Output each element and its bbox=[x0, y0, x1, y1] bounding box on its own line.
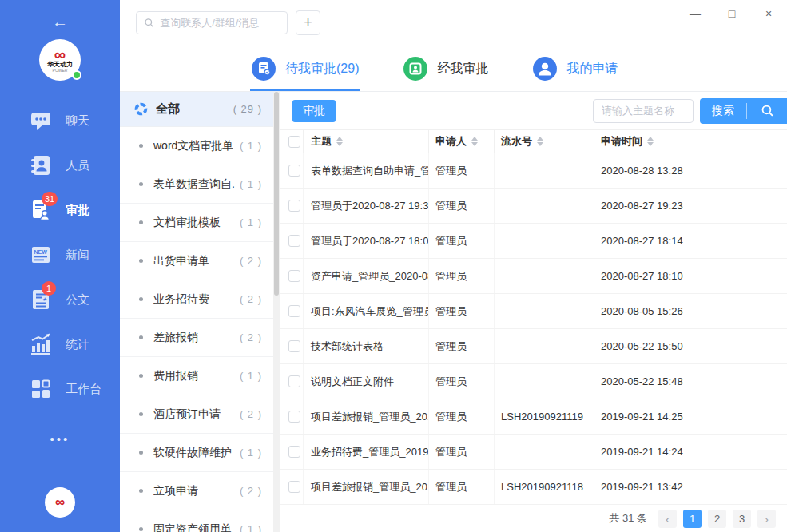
row-checkbox[interactable] bbox=[288, 411, 300, 423]
header-serial[interactable]: 流水号 bbox=[495, 130, 590, 153]
table-row[interactable]: 技术部统计表格 管理员 2020-05-22 15:50 bbox=[280, 329, 787, 364]
sort-icon[interactable] bbox=[647, 137, 654, 146]
select-all-checkbox[interactable] bbox=[288, 136, 300, 148]
topic-search-input[interactable] bbox=[593, 99, 694, 123]
prev-page-button[interactable]: ‹ bbox=[658, 510, 677, 528]
sidebar-item-people[interactable]: 人员 bbox=[0, 143, 120, 188]
row-checkbox[interactable] bbox=[288, 165, 300, 177]
category-item[interactable]: word文档审批单 ( 1 ) bbox=[120, 127, 273, 165]
approval-table-area: 审批 搜索 主题 申请人 bbox=[280, 92, 787, 532]
page-button-2[interactable]: 2 bbox=[708, 510, 726, 528]
contact-search-box[interactable] bbox=[136, 11, 288, 34]
category-item[interactable]: 酒店预订申请 ( 2 ) bbox=[120, 395, 273, 434]
table-row[interactable]: 资产申请_管理员_2020-08... 管理员 2020-08-27 18:10 bbox=[280, 259, 787, 294]
sidebar-item-label: 工作台 bbox=[66, 382, 101, 397]
tab-approved-by-me[interactable]: 经我审批 bbox=[403, 46, 488, 91]
row-checkbox[interactable] bbox=[288, 200, 300, 212]
header-subject[interactable]: 主题 bbox=[304, 130, 429, 153]
row-check-cell bbox=[280, 364, 304, 399]
search-button[interactable]: 搜索 bbox=[700, 104, 746, 118]
more-menu-icon[interactable]: ••• bbox=[50, 432, 70, 446]
table-row[interactable]: 项目差旅报销_管理员_201... 管理员 LSH20190921118 201… bbox=[280, 470, 787, 505]
row-check-cell bbox=[280, 259, 304, 293]
header-apply-time[interactable]: 申请时间 bbox=[590, 130, 787, 153]
category-item[interactable]: 立项申请 ( 2 ) bbox=[120, 472, 273, 510]
close-button[interactable]: × bbox=[750, 0, 787, 27]
time-cell: 2020-08-05 15:26 bbox=[590, 294, 787, 328]
sidebar-item-news[interactable]: NEW 新闻 bbox=[0, 232, 120, 277]
approve-button[interactable]: 审批 bbox=[292, 100, 336, 122]
row-checkbox[interactable] bbox=[288, 375, 300, 387]
table-row[interactable]: 说明文档正文附件 管理员 2020-05-22 15:48 bbox=[280, 364, 787, 399]
contact-search-input[interactable] bbox=[160, 17, 280, 29]
category-item[interactable]: 软硬件故障维护 ( 1 ) bbox=[120, 434, 273, 472]
sidebar: ← ∞ 华天动力 POWER 聊天 人员 bbox=[0, 0, 120, 532]
back-arrow-icon[interactable]: ← bbox=[52, 13, 68, 31]
sidebar-item-statistics[interactable]: 统计 bbox=[0, 322, 120, 367]
applicant-cell: 管理员 bbox=[429, 329, 495, 363]
category-all[interactable]: 全部 ( 29 ) bbox=[120, 92, 273, 127]
maximize-button[interactable]: □ bbox=[713, 0, 750, 27]
category-count: ( 1 ) bbox=[235, 523, 262, 532]
search-icon bbox=[761, 104, 774, 117]
table-row[interactable]: 管理员于2020-08-27 19:3... 管理员 2020-08-27 19… bbox=[280, 189, 787, 224]
row-checkbox[interactable] bbox=[288, 270, 300, 282]
sidebar-item-approval[interactable]: 31 审批 bbox=[0, 188, 120, 232]
category-item[interactable]: 业务招待费 ( 2 ) bbox=[120, 280, 273, 319]
bottom-logo[interactable]: ∞ bbox=[45, 487, 75, 518]
scrollbar-thumb[interactable] bbox=[274, 92, 279, 296]
tab-my-applications[interactable]: 我的申请 bbox=[533, 46, 618, 91]
serial-cell bbox=[495, 294, 590, 328]
category-item[interactable]: 费用报销 ( 1 ) bbox=[120, 357, 273, 395]
category-item[interactable]: 文档审批模板 ( 1 ) bbox=[120, 204, 273, 242]
category-item[interactable]: 表单数据查询自... ( 1 ) bbox=[120, 165, 273, 204]
badge-count: 31 bbox=[42, 192, 58, 206]
table-row[interactable]: 业务招待费_管理员_2019-... 管理员 2019-09-21 14:24 bbox=[280, 435, 787, 470]
add-button[interactable]: + bbox=[296, 10, 320, 35]
magnifier-button[interactable] bbox=[747, 98, 787, 124]
topbar: + — □ × bbox=[120, 0, 787, 46]
tab-label: 待我审批(29) bbox=[285, 61, 359, 77]
row-checkbox[interactable] bbox=[288, 446, 300, 458]
next-page-button[interactable]: › bbox=[757, 510, 776, 528]
logo-infinity-icon: ∞ bbox=[55, 494, 65, 510]
avatar[interactable]: ∞ 华天动力 POWER bbox=[39, 39, 81, 81]
page-button-3[interactable]: 3 bbox=[733, 510, 751, 528]
sidebar-item-workbench[interactable]: 工作台 bbox=[0, 367, 120, 411]
subject-cell: 业务招待费_管理员_2019-... bbox=[304, 435, 429, 469]
sidebar-item-chat[interactable]: 聊天 bbox=[0, 98, 120, 143]
bullet-icon bbox=[139, 451, 143, 455]
sidebar-item-documents[interactable]: ★ 1 公文 bbox=[0, 277, 120, 322]
subject-cell: 技术部统计表格 bbox=[304, 329, 429, 363]
page-list: 123 bbox=[683, 510, 751, 528]
header-applicant[interactable]: 申请人 bbox=[429, 130, 495, 153]
workbench-icon bbox=[29, 377, 53, 401]
row-checkbox[interactable] bbox=[288, 481, 300, 493]
applicant-cell: 管理员 bbox=[429, 294, 495, 328]
applicant-cell: 管理员 bbox=[429, 259, 495, 293]
sort-icon[interactable] bbox=[336, 137, 343, 146]
sort-icon[interactable] bbox=[537, 137, 543, 146]
sort-icon[interactable] bbox=[471, 137, 478, 146]
tab-pending-approval[interactable]: 待我审批(29) bbox=[252, 46, 359, 91]
bullet-icon bbox=[139, 374, 143, 378]
sidebar-nav: 聊天 人员 31 审批 NEW 新闻 bbox=[0, 98, 120, 411]
all-categories-icon bbox=[134, 102, 148, 116]
category-item[interactable]: 差旅报销 ( 2 ) bbox=[120, 319, 273, 357]
table-row[interactable]: 项目差旅报销_管理员_201... 管理员 LSH20190921119 201… bbox=[280, 399, 787, 435]
category-scrollbar[interactable] bbox=[273, 92, 280, 532]
minimize-button[interactable]: — bbox=[677, 0, 713, 27]
row-checkbox[interactable] bbox=[288, 235, 300, 247]
category-count: ( 1 ) bbox=[235, 370, 262, 382]
table-row[interactable]: 表单数据查询自助申请_管... 管理员 2020-08-28 13:28 bbox=[280, 153, 787, 189]
table-row[interactable]: 项目:东风汽车展览_管理员... 管理员 2020-08-05 15:26 bbox=[280, 294, 787, 329]
row-checkbox[interactable] bbox=[288, 305, 300, 317]
category-item[interactable]: 固定资产领用单 ( 1 ) bbox=[120, 510, 273, 532]
category-label: 表单数据查询自... bbox=[153, 177, 235, 192]
page-button-1[interactable]: 1 bbox=[683, 510, 702, 528]
bullet-icon bbox=[139, 144, 143, 148]
row-checkbox[interactable] bbox=[288, 340, 300, 352]
table-row[interactable]: 管理员于2020-08-27 18:0... 管理员 2020-08-27 18… bbox=[280, 224, 787, 259]
category-count: ( 1 ) bbox=[235, 216, 262, 228]
category-item[interactable]: 出货申请单 ( 2 ) bbox=[120, 242, 273, 280]
